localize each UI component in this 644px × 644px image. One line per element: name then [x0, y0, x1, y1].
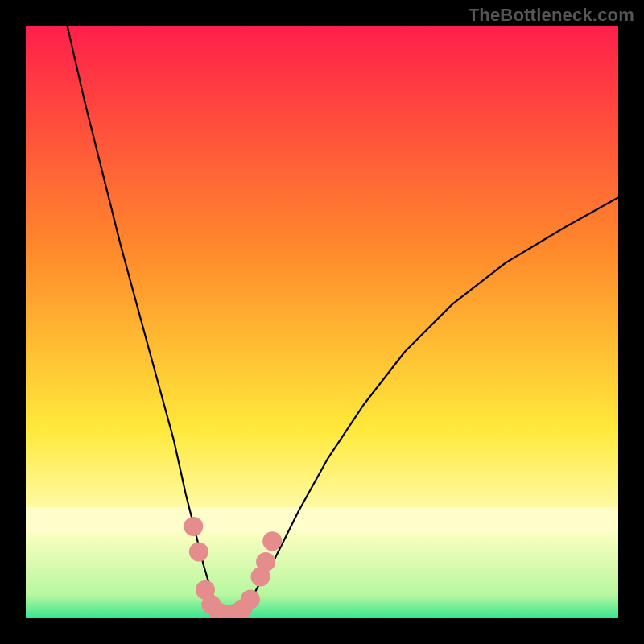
watermark-text: TheBottleneck.com [469, 5, 634, 26]
pale-band [26, 507, 618, 531]
plot-area [26, 26, 618, 618]
chart-svg [26, 26, 618, 618]
marker-dot [189, 543, 208, 562]
marker-dot [256, 552, 275, 572]
marker-dot [184, 517, 203, 536]
chart-stage: TheBottleneck.com [0, 0, 644, 644]
marker-dot [262, 531, 282, 551]
marker-dot [241, 589, 260, 609]
